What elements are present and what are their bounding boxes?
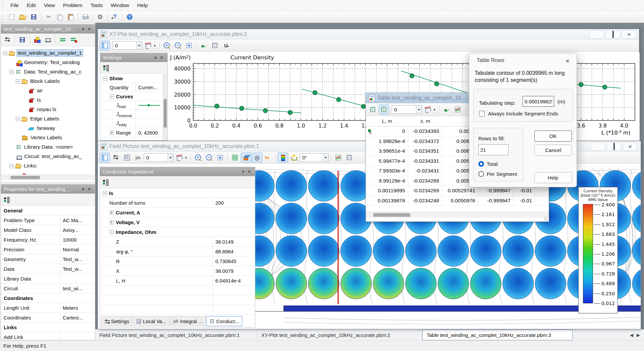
vectors-icon[interactable] [263, 153, 273, 162]
mesh-icon[interactable] [230, 153, 240, 162]
print-icon[interactable] [80, 12, 91, 22]
close-icon[interactable]: ✕ [86, 26, 92, 32]
project-panel-titlebar[interactable]: test_winding_ac_complet_10... ▾ ✕ [1, 24, 95, 34]
chevron-down-icon[interactable]: ▾ [80, 186, 86, 192]
tab-table[interactable]: Table test_winding_ac_complet_10kHz_accu… [422, 330, 573, 340]
menu-view[interactable]: View [40, 0, 59, 10]
problem-properties-icon[interactable] [2, 35, 13, 45]
settings-gear-icon[interactable] [95, 12, 105, 22]
context-help-icon[interactable] [110, 12, 120, 22]
minimize-button[interactable] [590, 30, 604, 39]
close-button[interactable] [622, 30, 636, 39]
tab-scroll-right-icon[interactable]: ▶ [637, 333, 640, 338]
paste-icon[interactable] [65, 12, 76, 22]
expand-box-icon[interactable] [9, 70, 14, 74]
tree-item-air[interactable]: air [1, 86, 95, 95]
segment-ends-checkbox[interactable] [479, 111, 485, 116]
menu-window[interactable]: Window [107, 0, 133, 10]
tree-item-library-data-none[interactable]: Library Data: <none> [1, 142, 95, 152]
panel-toggle-icon[interactable] [100, 41, 110, 50]
impedance-row[interactable]: Is [100, 188, 255, 198]
setting-row[interactable]: Jtotal [100, 101, 163, 110]
resize-grip[interactable] [544, 217, 548, 221]
view-settings-icon[interactable] [111, 153, 121, 162]
zoom-out-icon[interactable] [204, 153, 214, 162]
result-tab-conduct[interactable]: Conduct... [206, 316, 242, 326]
impedance-row[interactable]: arg φ, °88.8984 [100, 247, 255, 256]
xyplot-titlebar[interactable]: XY-Plot test_winding_ac_complet_10kHz_ac… [98, 29, 639, 40]
table-columns-icon[interactable] [368, 105, 378, 114]
result-tab-localva[interactable]: Local Va... [133, 316, 169, 326]
impedance-row[interactable]: Number of turns200 [100, 198, 255, 208]
property-row[interactable]: Length UnitMeters [1, 303, 95, 313]
setting-row[interactable]: Curves [100, 92, 163, 101]
close-icon[interactable]: ✕ [159, 55, 165, 61]
contour-selector[interactable]: 0 [392, 105, 422, 114]
open-folder-icon[interactable] [17, 12, 28, 22]
impedance-row[interactable]: L, H6.04914e-4 [100, 276, 255, 286]
contour-menu-icon[interactable] [423, 105, 433, 114]
properties-panel-titlebar[interactable]: Properties for test_winding_... ▾ ✕ [1, 185, 95, 194]
property-row[interactable]: Circuittest_wi... [1, 284, 95, 293]
property-row[interactable]: GeometryTest_w... [1, 254, 95, 264]
expand-box-icon[interactable] [103, 191, 107, 195]
menu-tools[interactable]: Tools [87, 0, 107, 10]
settings-panel-titlebar[interactable]: Settings ▾ ✕ [100, 53, 167, 62]
result-tab-settings[interactable]: Settings [101, 316, 132, 326]
contour-menu-arrow[interactable] [434, 108, 437, 111]
expand-box-icon[interactable] [109, 210, 114, 215]
contour-menu-icon[interactable] [174, 153, 184, 162]
menu-edit[interactable]: Edit [23, 0, 40, 10]
expand-box-icon[interactable] [110, 131, 114, 135]
tree-item-links[interactable]: Links: [1, 161, 95, 170]
chevron-down-icon[interactable]: ▾ [80, 26, 86, 32]
curves-contour-icon[interactable] [199, 41, 209, 50]
property-row[interactable]: Links [1, 322, 95, 332]
expand-box-icon[interactable] [109, 220, 114, 224]
help-icon[interactable] [124, 12, 135, 22]
xy-plot-icon[interactable] [333, 153, 343, 162]
coil-direction-icon[interactable] [221, 41, 231, 50]
tab-scroll-left-icon[interactable]: ◀ [630, 333, 633, 338]
tabulating-step-input[interactable] [523, 96, 554, 107]
chevron-down-icon[interactable] [167, 154, 173, 161]
scrollbar-thumb[interactable] [10, 176, 40, 179]
property-row[interactable]: Problem TypeAC Ma... [1, 215, 95, 225]
region-fill-icon[interactable] [289, 153, 299, 162]
solve-results-icon[interactable] [69, 35, 79, 45]
expand-box-icon[interactable] [16, 79, 20, 84]
zoom-in-icon[interactable] [193, 153, 203, 162]
impedance-row[interactable]: X38.0079 [100, 266, 255, 276]
column-header-z[interactable]: z, m [408, 116, 442, 126]
menu-help[interactable]: Help [133, 0, 152, 10]
property-row[interactable]: Coordinates [1, 293, 95, 303]
setting-row[interactable]: Draw MarkYes [100, 137, 163, 140]
ok-button[interactable]: OK [534, 131, 572, 142]
tree-item-is[interactable]: Is [1, 95, 95, 105]
contour-menu-icon[interactable] [143, 41, 153, 50]
expand-box-icon[interactable] [9, 164, 14, 168]
property-row[interactable]: Frequency, Hz10000 [1, 235, 95, 245]
property-row[interactable]: Library Data [1, 274, 95, 284]
calculator-icon[interactable] [122, 153, 132, 162]
save-icon[interactable] [29, 12, 39, 22]
setting-row[interactable]: QuantityCurren... [100, 83, 163, 92]
column-header-L[interactable]: L, m [366, 116, 408, 126]
impedance-row[interactable]: Current, A [100, 208, 255, 217]
tree-item-data-test-winding-ac-c[interactable]: Data: Test_winding_ac_c [1, 67, 95, 77]
setting-row[interactable]: Show [100, 74, 163, 83]
zoom-in-icon[interactable] [162, 41, 172, 50]
settings-scrollbar[interactable] [163, 74, 167, 140]
property-row[interactable]: CoordinatesCartesi... [1, 313, 95, 322]
expand-box-icon[interactable] [110, 94, 114, 99]
help-button[interactable]: Help [534, 172, 572, 183]
tree-item[interactable] [1, 170, 95, 174]
chevron-down-icon[interactable] [323, 154, 328, 161]
field-3d-icon[interactable] [241, 153, 251, 162]
table-view-icon[interactable] [344, 153, 355, 162]
expand-box-icon[interactable] [3, 51, 7, 55]
expand-box-icon[interactable] [109, 230, 114, 234]
chevron-down-icon[interactable] [416, 106, 422, 113]
chevron-down-icon[interactable] [136, 42, 142, 49]
zoom-extents-icon[interactable] [184, 41, 194, 50]
